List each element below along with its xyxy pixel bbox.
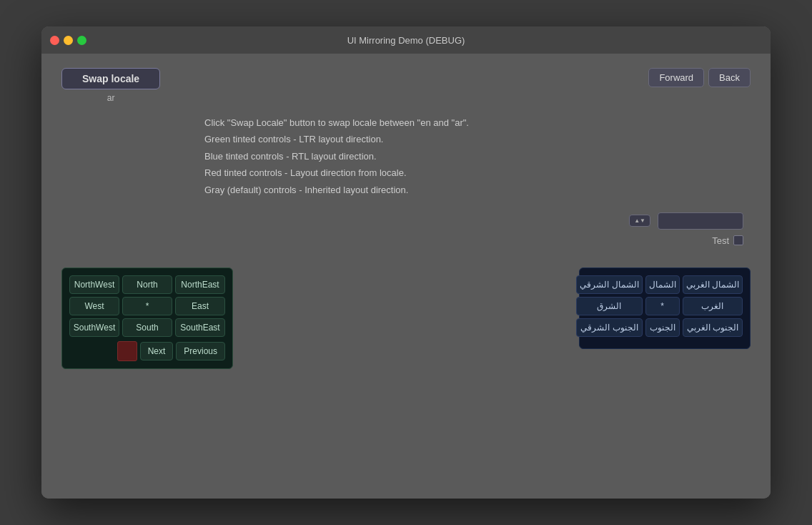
locale-label: ar — [107, 93, 115, 103]
bottom-panels: NorthWest North NorthEast West * East So… — [61, 268, 751, 369]
rtl-panel: الشمال الغربي الشمال الشمال الشرقي الغرب… — [579, 268, 751, 349]
ltr-previous-btn[interactable]: Previous — [176, 342, 225, 360]
rtl-west-btn[interactable]: الغرب — [683, 297, 743, 315]
ltr-northwest-btn[interactable]: NorthWest — [69, 275, 119, 294]
ltr-color-box — [117, 341, 137, 361]
ltr-west-btn[interactable]: West — [69, 297, 119, 315]
minimize-button[interactable] — [64, 36, 73, 45]
test-checkbox[interactable] — [733, 235, 743, 245]
ltr-compass-grid: NorthWest North NorthEast West * East So… — [69, 275, 225, 337]
test-row: Test — [61, 235, 751, 246]
window-title: UI Mirroring Demo (DEBUG) — [347, 35, 465, 46]
ltr-panel: NorthWest North NorthEast West * East So… — [61, 268, 233, 369]
rtl-southwest-btn[interactable]: الجنوب الغربي — [683, 318, 743, 337]
rtl-northwest-btn[interactable]: الشمال الغربي — [683, 275, 743, 294]
ltr-next-btn[interactable]: Next — [140, 342, 174, 360]
rtl-north-btn[interactable]: الشمال — [645, 275, 680, 294]
ltr-south-btn[interactable]: South — [122, 318, 172, 337]
main-content: Swap locale ar Forward Back Click "Swap … — [41, 54, 771, 499]
close-button[interactable] — [50, 36, 59, 45]
description-line2: Green tinted controls - LTR layout direc… — [204, 131, 751, 147]
description-line3: Blue tinted controls - RTL layout direct… — [204, 148, 751, 165]
rtl-center-btn[interactable]: * — [645, 297, 680, 315]
swap-locale-button[interactable]: Swap locale — [61, 68, 160, 89]
ltr-east-btn[interactable]: East — [175, 297, 225, 315]
rtl-compass-grid: الشمال الغربي الشمال الشمال الشرقي الغرب… — [587, 275, 743, 337]
nav-buttons: Forward Back — [648, 68, 751, 87]
rtl-south-btn[interactable]: الجنوب — [645, 318, 680, 337]
ltr-center-btn[interactable]: * — [122, 297, 172, 315]
controls-row: ▲▼ — [61, 212, 751, 230]
ltr-southeast-btn[interactable]: SouthEast — [175, 318, 225, 337]
description-line5: Gray (default) controls - Inherited layo… — [204, 182, 751, 198]
rtl-east-btn[interactable]: الشرق — [576, 297, 642, 315]
traffic-lights — [50, 36, 86, 45]
description-line4: Red tinted controls - Layout direction f… — [204, 165, 751, 181]
ltr-southwest-btn[interactable]: SouthWest — [69, 318, 119, 337]
rtl-southeast-btn[interactable]: الجنوب الشرقي — [576, 318, 642, 337]
back-button[interactable]: Back — [708, 68, 751, 87]
rtl-northeast-btn[interactable]: الشمال الشرقي — [576, 275, 642, 294]
swap-locale-area: Swap locale ar — [61, 68, 160, 103]
test-label: Test — [712, 235, 729, 246]
forward-button[interactable]: Forward — [648, 68, 704, 87]
top-bar: Swap locale ar Forward Back — [61, 68, 751, 103]
text-field[interactable] — [658, 212, 743, 230]
titlebar: UI Mirroring Demo (DEBUG) — [41, 26, 771, 54]
description-line1: Click "Swap Locale" button to swap local… — [204, 114, 751, 131]
spinner-control[interactable]: ▲▼ — [629, 215, 650, 227]
ltr-northeast-btn[interactable]: NorthEast — [175, 275, 225, 294]
ltr-north-btn[interactable]: North — [122, 275, 172, 294]
description-area: Click "Swap Locale" button to swap local… — [204, 114, 751, 198]
maximize-button[interactable] — [77, 36, 86, 45]
app-window: UI Mirroring Demo (DEBUG) Swap locale ar… — [41, 26, 771, 499]
ltr-bottom-btns: Next Previous — [69, 341, 225, 361]
spinner-arrows-icon: ▲▼ — [634, 217, 645, 224]
